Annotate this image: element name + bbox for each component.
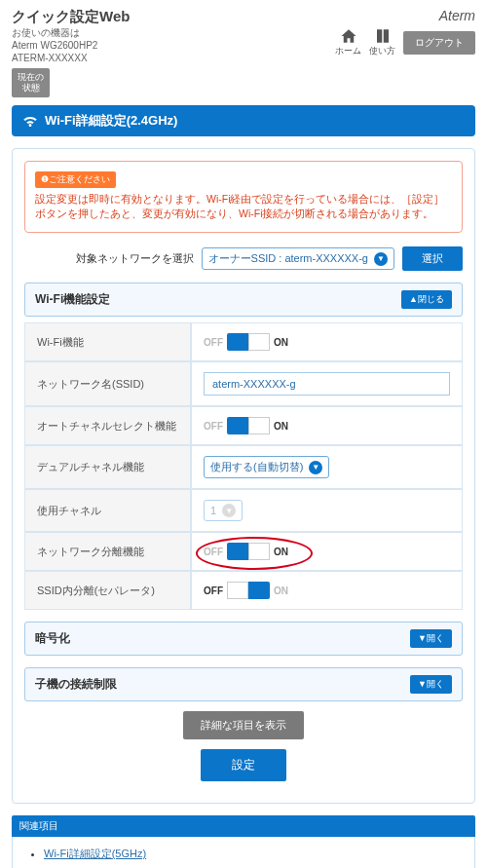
related-box: 関連項目 Wi-Fi詳細設定(5GHz) [12, 815, 475, 868]
row-label: Wi-Fi機能 [24, 322, 191, 361]
header: クイック設定Web お使いの機器は Aterm WG2600HP2 ATERM-… [0, 0, 487, 105]
auto-channel-switch[interactable]: OFF ON [204, 417, 288, 434]
row-label: ネットワーク分離機能 [24, 532, 191, 571]
device-line1: お使いの機器は [12, 26, 130, 39]
section-wifi-head: Wi-Fi機能設定 ▲閉じる [24, 283, 463, 317]
section-restrict-toggle[interactable]: ▼開く [410, 675, 452, 694]
related-link[interactable]: Wi-Fi詳細設定(5GHz) [44, 848, 146, 859]
content-panel: ❶ご注意ください 設定変更は即時に有効となります。Wi-Fi経由で設定を行ってい… [12, 148, 475, 805]
network-select-dropdown[interactable]: オーナーSSID : aterm-XXXXXX-g ▼ [202, 247, 394, 270]
on-label: ON [274, 585, 288, 596]
section-restrict-head: 子機の接続制限 ▼開く [24, 667, 463, 701]
warning-tag: ❶ご注意ください [35, 171, 116, 188]
home-link[interactable]: ホーム [335, 27, 361, 57]
chevron-down-icon: ▼ [374, 252, 388, 266]
table-row: オートチャネルセレクト機能 OFF ON [24, 406, 463, 445]
table-row: ネットワーク名(SSID) [24, 361, 463, 406]
table-row: Wi-Fi機能 OFF ON [24, 322, 463, 361]
settings-table: Wi-Fi機能 OFF ON ネットワーク名(SSID) オートチャネルセレクト… [24, 322, 463, 610]
network-separation-switch[interactable]: OFF ON [204, 543, 288, 560]
home-label: ホーム [335, 45, 361, 57]
dual-channel-dropdown[interactable]: 使用する(自動切替) ▼ [204, 456, 329, 478]
chevron-down-icon: ▼ [309, 461, 322, 474]
table-row: ネットワーク分離機能 OFF ON [24, 532, 463, 571]
section-encrypt-head: 暗号化 ▼開く [24, 622, 463, 656]
apply-button[interactable]: 設定 [201, 749, 286, 781]
home-icon [340, 27, 357, 45]
table-row: SSID内分離(セパレータ) OFF ON [24, 571, 463, 610]
dual-channel-value: 使用する(自動切替) [210, 460, 303, 474]
book-icon [374, 27, 392, 45]
brand-logo: Aterm [335, 8, 475, 23]
device-line2: Aterm WG2600HP2 [12, 39, 130, 52]
off-label: OFF [204, 547, 223, 557]
section-encrypt-toggle[interactable]: ▼開く [410, 629, 452, 648]
page-title: Wi-Fi詳細設定(2.4GHz) [45, 112, 177, 130]
warning-text: 設定変更は即時に有効となります。Wi-Fi経由で設定を行っている場合には、［設定… [35, 192, 452, 223]
page-title-bar: Wi-Fi詳細設定(2.4GHz) [12, 105, 475, 136]
channel-dropdown: 1 ▼ [204, 500, 243, 521]
section-wifi-toggle[interactable]: ▲閉じる [401, 290, 452, 309]
network-select-label: 対象ネットワークを選択 [76, 251, 194, 266]
ssid-input[interactable] [204, 372, 450, 396]
help-link[interactable]: 使い方 [369, 27, 395, 57]
row-label: SSID内分離(セパレータ) [24, 571, 191, 610]
section-restrict-title: 子機の接続制限 [35, 676, 117, 693]
chevron-down-icon: ▼ [222, 504, 236, 517]
off-label: OFF [204, 421, 223, 432]
logout-button[interactable]: ログアウト [403, 31, 475, 55]
section-wifi-title: Wi-Fi機能設定 [35, 291, 110, 308]
select-button[interactable]: 選択 [402, 246, 463, 271]
row-label: デュアルチャネル機能 [24, 445, 191, 489]
related-title: 関連項目 [12, 815, 475, 837]
channel-value: 1 [210, 505, 216, 516]
row-label: ネットワーク名(SSID) [24, 361, 191, 406]
help-label: 使い方 [369, 45, 395, 57]
wifi-func-switch[interactable]: OFF ON [204, 333, 288, 351]
ssid-separator-switch[interactable]: OFF ON [204, 582, 288, 599]
on-label: ON [274, 337, 288, 348]
on-label: ON [274, 421, 288, 432]
table-row: 使用チャネル 1 ▼ [24, 489, 463, 532]
device-line3: ATERM-XXXXXX [12, 52, 130, 64]
row-label: 使用チャネル [24, 489, 191, 532]
table-row: デュアルチャネル機能 使用する(自動切替) ▼ [24, 445, 463, 489]
row-label: オートチャネルセレクト機能 [24, 406, 191, 445]
show-detail-button[interactable]: 詳細な項目を表示 [183, 711, 304, 739]
section-encrypt-title: 暗号化 [35, 630, 70, 647]
network-select-value: オーナーSSID : aterm-XXXXXX-g [208, 251, 368, 266]
on-label: ON [274, 547, 288, 557]
network-select-row: 対象ネットワークを選択 オーナーSSID : aterm-XXXXXX-g ▼ … [24, 246, 463, 271]
wifi-icon [21, 112, 39, 130]
warning-box: ❶ご注意ください 設定変更は即時に有効となります。Wi-Fi経由で設定を行ってい… [24, 161, 463, 234]
off-label: OFF [204, 585, 223, 596]
status-badge[interactable]: 現在の 状態 [12, 68, 50, 97]
app-title: クイック設定Web [12, 8, 130, 26]
off-label: OFF [204, 337, 223, 348]
